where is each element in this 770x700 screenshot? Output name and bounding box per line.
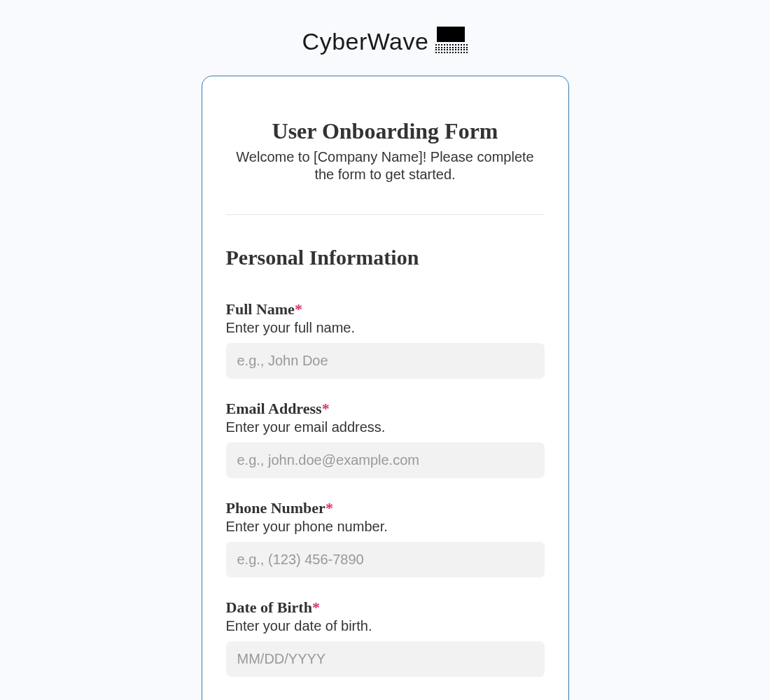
field-label: Date of Birth*: [226, 598, 545, 617]
field-label: Full Name*: [226, 300, 545, 318]
field-email: Email Address* Enter your email address.: [226, 400, 545, 478]
field-label: Phone Number*: [226, 499, 545, 517]
field-description: Enter your phone number.: [226, 519, 545, 535]
dob-input[interactable]: [226, 641, 545, 677]
form-subtitle: Welcome to [Company Name]! Please comple…: [226, 148, 545, 183]
onboarding-form-card: User Onboarding Form Welcome to [Company…: [202, 76, 569, 700]
computer-icon: [435, 27, 468, 56]
field-description: Enter your date of birth.: [226, 618, 545, 634]
divider: [226, 214, 545, 215]
required-marker: *: [312, 598, 320, 616]
label-text: Email Address: [226, 400, 322, 417]
field-full-name: Full Name* Enter your full name.: [226, 300, 545, 379]
brand-header: CyberWave: [0, 0, 770, 76]
keyboard-dots: [435, 44, 468, 53]
field-phone: Phone Number* Enter your phone number.: [226, 499, 545, 578]
field-label: Email Address*: [226, 400, 545, 418]
required-marker: *: [295, 300, 302, 318]
required-marker: *: [322, 400, 330, 417]
full-name-input[interactable]: [226, 343, 545, 379]
brand-name: CyberWave: [302, 28, 429, 55]
label-text: Date of Birth: [226, 598, 312, 616]
email-input[interactable]: [226, 442, 545, 478]
required-marker: *: [326, 499, 333, 517]
form-header: User Onboarding Form Welcome to [Company…: [226, 118, 545, 183]
field-dob: Date of Birth* Enter your date of birth.: [226, 598, 545, 677]
section-title-personal-info: Personal Information: [226, 246, 545, 270]
phone-input[interactable]: [226, 542, 545, 578]
label-text: Full Name: [226, 300, 295, 318]
label-text: Phone Number: [226, 499, 326, 517]
field-description: Enter your email address.: [226, 419, 545, 435]
form-title: User Onboarding Form: [226, 118, 545, 144]
field-description: Enter your full name.: [226, 320, 545, 336]
